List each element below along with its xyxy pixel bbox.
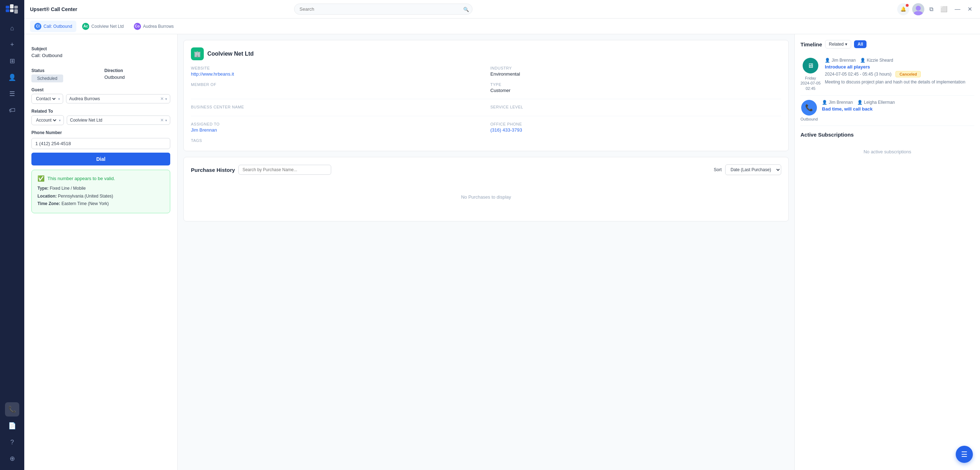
guest-clear-button[interactable]: ✕ [160, 96, 164, 101]
svg-rect-3 [10, 9, 14, 12]
guest-name-input-wrap: ✕ ▾ [66, 94, 170, 103]
outbound-label: Outbound [800, 117, 818, 121]
timeline-day-1: Friday [800, 76, 821, 81]
tab-bar: Cl Call: Outbound Ac Coolview Net Ltd Co… [24, 19, 980, 34]
website-value[interactable]: http://www.hrbeans.it [191, 71, 482, 77]
sort-select[interactable]: Date (Last Purchase) Date (First Purchas… [725, 164, 781, 175]
timeline-icon-wrap-1: 🖥 Friday 2024-07-05 02:45 [800, 58, 821, 91]
type-label: Type: [37, 186, 49, 191]
validity-message: This number appears to be valid. [48, 176, 115, 181]
canceled-badge: Canceled [896, 71, 921, 77]
minimize-button[interactable]: — [953, 4, 963, 14]
dial-button[interactable]: Dial [32, 152, 170, 165]
timeline-user1-1[interactable]: 👤 Jim Brennan [825, 58, 856, 63]
related-type-dropdown[interactable]: Account [35, 118, 57, 123]
timeline-user2-1[interactable]: 👤 Kizzie Sheard [860, 58, 893, 63]
tab-label-call: Call: Outbound [43, 24, 72, 29]
purchase-header: Purchase History Sort Date (Last Purchas… [191, 164, 781, 175]
assigned-to-label: Assigned to [191, 122, 482, 126]
home-icon[interactable]: ⌂ [5, 21, 19, 35]
tags-label: Tags [191, 138, 482, 143]
timeline-icon-1: 🖥 [803, 58, 818, 73]
office-phone-value[interactable]: (316) 433-3793 [490, 127, 781, 133]
timeline-event-title-1[interactable]: Introduce all players [825, 64, 974, 70]
purchase-search-input[interactable] [239, 165, 331, 175]
user-avatar[interactable] [912, 3, 924, 15]
related-chevron: ▾ [845, 42, 847, 47]
user-name-1: Jim Brennan [832, 58, 856, 63]
expand-button[interactable]: ⬜ [938, 3, 950, 14]
purchase-empty-message: No Purchases to display [191, 180, 781, 214]
purchase-title: Purchase History [191, 167, 235, 173]
middle-panel: 🏢 Coolview Net Ltd Website http://www.hr… [178, 34, 794, 470]
timeline-time-range-1: 2024-07-05 02:45 - 05:45 (3 hours) Cance… [825, 71, 974, 77]
tab-coolview[interactable]: Ac Coolview Net Ltd [78, 21, 128, 32]
help-icon[interactable]: ? [5, 435, 19, 449]
guest-name-input[interactable] [69, 96, 159, 101]
reports-icon[interactable]: ☰ [5, 87, 19, 101]
subscriptions-title: Active Subscriptions [800, 132, 974, 138]
validity-details: Type: Fixed Line / Mobile Location: Penn… [37, 185, 164, 208]
timeline-header: Timeline Related ▾ All [800, 40, 974, 49]
account-card-icon: 🏢 [191, 48, 204, 60]
topbar-actions: 🔔 ⧉ ⬜ — ✕ [897, 3, 974, 15]
timeline-item-2: 📞 Outbound 👤 Jim Brennan 👤 Leigha Ellerm… [800, 95, 974, 126]
guest-type-chevron: ▾ [58, 97, 60, 101]
svg-rect-1 [6, 9, 9, 12]
tab-badge-call: Cl [34, 23, 41, 30]
related-type-select[interactable]: Account ▾ [32, 115, 64, 125]
modules-icon[interactable]: ⊕ [5, 451, 19, 466]
tab-call-outbound[interactable]: Cl Call: Outbound [30, 21, 76, 32]
contacts-icon[interactable]: 👤 [5, 70, 19, 84]
timeline-user2-2[interactable]: 👤 Leigha Ellerman [857, 100, 895, 105]
search-icon: 🔍 [463, 6, 469, 12]
tab-audrea[interactable]: Co Audrea Burrows [130, 21, 178, 32]
service-level-field: Service Level [490, 105, 781, 110]
subscriptions-section: Active Subscriptions No active subscript… [800, 132, 974, 162]
campaigns-icon[interactable]: 🏷 [5, 103, 19, 118]
industry-value: Environmental [490, 71, 781, 77]
service-level-label: Service Level [490, 105, 781, 109]
assigned-to-value[interactable]: Jim Brennan [191, 127, 482, 133]
documents-icon[interactable]: 📄 [5, 419, 19, 433]
guest-type-dropdown[interactable]: Contact [35, 96, 57, 102]
search-input[interactable] [294, 3, 473, 14]
check-icon: ✅ [37, 175, 45, 182]
validity-box: ✅ This number appears to be valid. Type:… [32, 170, 170, 213]
timeline-time-1: 02:45 [800, 86, 821, 91]
notification-bell[interactable]: 🔔 [897, 3, 909, 15]
close-button[interactable]: ✕ [966, 3, 974, 14]
external-link-button[interactable]: ⧉ [927, 4, 935, 14]
account-card-header: 🏢 Coolview Net Ltd [191, 48, 781, 60]
website-label: Website [191, 66, 482, 70]
user-icon-2: 👤 [860, 58, 865, 63]
phone-input[interactable] [32, 138, 170, 149]
related-name-input[interactable] [70, 118, 159, 123]
phone-sidebar-icon[interactable]: 📞 [5, 402, 19, 416]
app-logo[interactable] [6, 4, 19, 15]
tab-label-audrea: Audrea Burrows [143, 24, 174, 29]
svg-rect-2 [10, 4, 14, 9]
new-item-icon[interactable]: + [5, 37, 19, 52]
fab-button[interactable]: ☰ [956, 446, 973, 463]
tags-field: Tags [191, 138, 482, 144]
account-card: 🏢 Coolview Net Ltd Website http://www.hr… [183, 40, 789, 151]
related-chevron: ▾ [165, 118, 167, 122]
sort-label: Sort [714, 167, 722, 172]
content-area: Subject Call: Outbound Status Scheduled … [24, 34, 980, 470]
location-label: Location: [37, 194, 57, 198]
svg-point-7 [914, 11, 923, 15]
all-button[interactable]: All [854, 40, 867, 48]
grid-icon[interactable]: ⊞ [5, 54, 19, 68]
type-label-account: Type [490, 83, 781, 87]
related-clear-button[interactable]: ✕ [160, 118, 164, 123]
timeline-icon-wrap-2: 📞 Outbound [800, 100, 818, 121]
related-button[interactable]: Related ▾ [825, 40, 851, 49]
svg-rect-5 [14, 9, 18, 14]
timeline-icon-2: 📞 [801, 100, 817, 116]
timeline-user1-2[interactable]: 👤 Jim Brennan [822, 100, 853, 105]
guest-type-select[interactable]: Contact ▾ [32, 94, 63, 104]
direction-label: Direction [105, 68, 170, 73]
svg-point-6 [916, 6, 921, 11]
timeline-event-title-2[interactable]: Bad time, will call back [822, 106, 974, 112]
